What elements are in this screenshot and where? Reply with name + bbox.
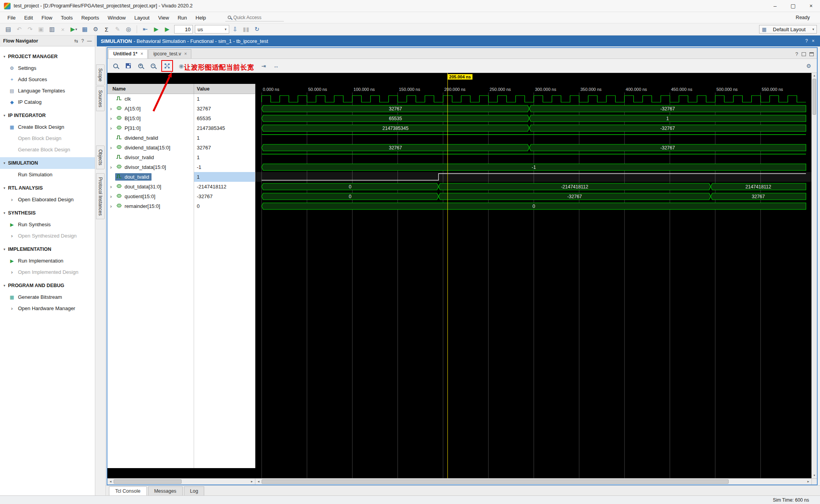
sidebar-item-open-hardware-manager[interactable]: ›Open Hardware Manager xyxy=(0,303,95,314)
value-column-header[interactable]: Value xyxy=(194,84,255,94)
signal-name-cell[interactable]: ›dividend_tdata[15:0] xyxy=(107,143,194,153)
menu-flow[interactable]: Flow xyxy=(37,13,56,22)
signal-row[interactable]: clk1 xyxy=(107,94,255,104)
side-tab-scope[interactable]: Scope xyxy=(96,64,105,85)
search-icon[interactable] xyxy=(111,61,121,71)
signal-name-cell[interactable]: ›dout_tdata[31:0] xyxy=(107,182,194,192)
signal-name-cell[interactable]: ›A[15:0] xyxy=(107,104,194,114)
help-icon[interactable]: ? xyxy=(81,38,84,44)
run-for-time-icon[interactable]: ▶ xyxy=(162,25,172,34)
signal-value-cell[interactable]: 1 xyxy=(194,133,255,143)
tab-ipcore-test-v[interactable]: ipcore_test.v× xyxy=(148,49,191,59)
expand-chevron-icon[interactable]: › xyxy=(110,115,115,121)
wave-nav-icon-0[interactable]: ⇤ xyxy=(246,61,256,71)
run-flow-icon[interactable]: ▶▾ xyxy=(69,25,79,34)
tab-tcl-console[interactable]: Tcl Console xyxy=(109,486,147,495)
wave-scroll-thumb[interactable] xyxy=(262,479,729,484)
signal-row[interactable]: dividend_tvalid1 xyxy=(107,133,255,143)
zoom-fit-icon[interactable] xyxy=(162,61,172,71)
expand-chevron-icon[interactable]: › xyxy=(110,184,115,190)
save-waveform-icon[interactable] xyxy=(123,61,133,71)
time-unit-select[interactable]: us▾ xyxy=(195,25,229,34)
signal-value-cell[interactable]: -2147418112 xyxy=(194,182,255,192)
close-button[interactable]: × xyxy=(802,0,820,12)
wave-tool-icon-4[interactable]: + xyxy=(226,61,236,71)
signal-row[interactable]: divisor_tvalid1 xyxy=(107,153,255,162)
probe-icon[interactable]: ◎ xyxy=(123,25,134,34)
maximize-panel-icon[interactable] xyxy=(809,52,814,56)
expand-chevron-icon[interactable]: › xyxy=(110,193,115,199)
sidebar-section-simulation[interactable]: ▾SIMULATION xyxy=(0,157,95,169)
name-column-header[interactable]: Name xyxy=(107,84,194,94)
delete-icon[interactable]: × xyxy=(58,25,68,34)
sidebar-item-run-synthesis[interactable]: ▶Run Synthesis xyxy=(0,219,95,230)
open-icon[interactable]: ▤ xyxy=(3,25,13,34)
signal-value-cell[interactable]: 65535 xyxy=(194,114,255,123)
signal-value-cell[interactable]: 2147385345 xyxy=(194,123,255,133)
sidebar-section-rtl-analysis[interactable]: ▾RTL ANALYSIS xyxy=(0,182,95,194)
signal-row[interactable]: ›divisor_tdata[15:0]-1 xyxy=(107,162,255,172)
signal-name-cell[interactable]: ›remainder[15:0] xyxy=(107,201,194,211)
wave-nav-icon-1[interactable]: ⇥ xyxy=(258,61,269,71)
signal-row[interactable]: dout_tvalid1 xyxy=(107,172,255,182)
signal-name-cell[interactable]: clk xyxy=(107,94,194,104)
run-all-icon[interactable]: ▶ xyxy=(151,25,161,34)
sidebar-item-ip-catalog[interactable]: ◆IP Catalog xyxy=(0,96,95,108)
sidebar-item-open-elaborated-design[interactable]: ›Open Elaborated Design xyxy=(0,194,95,205)
signal-row[interactable]: ›P[31:0]2147385345 xyxy=(107,123,255,133)
menu-edit[interactable]: Edit xyxy=(20,13,37,22)
signal-name-cell[interactable]: ›quotient[15:0] xyxy=(107,192,194,201)
edit-pencil-icon[interactable]: ✎ xyxy=(112,25,123,34)
signal-value-cell[interactable]: 32767 xyxy=(194,104,255,114)
cursor-time-flag[interactable]: 205.004 ns xyxy=(447,74,472,80)
context-help-icon[interactable]: ? xyxy=(805,38,808,44)
scroll-right-icon[interactable]: ▸ xyxy=(249,479,255,484)
maximize-button[interactable]: ▢ xyxy=(784,0,802,12)
side-tab-sources[interactable]: Sources xyxy=(96,86,105,111)
float-panel-icon[interactable] xyxy=(802,52,806,56)
sidebar-item-add-sources[interactable]: +Add Sources xyxy=(0,74,95,85)
sidebar-section-project-manager[interactable]: ▾PROJECT MANAGER xyxy=(0,51,95,62)
signal-row[interactable]: ›remainder[15:0]0 xyxy=(107,201,255,211)
sum-icon[interactable]: Σ xyxy=(102,25,112,34)
signal-name-cell[interactable]: ›P[31:0] xyxy=(107,123,194,133)
sidebar-item-create-block-design[interactable]: ▦Create Block Design xyxy=(0,121,95,133)
signal-name-cell[interactable]: ›B[15:0] xyxy=(107,114,194,123)
menu-window[interactable]: Window xyxy=(103,13,130,22)
signal-value-cell[interactable]: 1 xyxy=(194,153,255,162)
copy-icon[interactable]: ▣ xyxy=(36,25,46,34)
names-scroll-thumb[interactable] xyxy=(114,479,182,484)
wave-nav-icon-2[interactable]: ↔ xyxy=(271,61,281,71)
context-close-icon[interactable]: × xyxy=(812,38,815,44)
minimize-button[interactable]: – xyxy=(766,0,784,12)
close-icon[interactable]: × xyxy=(184,51,187,57)
wave-settings-gear-icon[interactable]: ⚙ xyxy=(804,61,814,71)
collapse-panel-icon[interactable]: ― xyxy=(87,38,92,44)
zoom-out-icon[interactable] xyxy=(148,61,158,71)
dashboard-icon[interactable]: ▦ xyxy=(80,25,90,34)
menu-reports[interactable]: Reports xyxy=(77,13,103,22)
sidebar-section-program-and-debug[interactable]: ▾PROGRAM AND DEBUG xyxy=(0,280,95,291)
tab-messages[interactable]: Messages xyxy=(148,486,183,495)
menu-tools[interactable]: Tools xyxy=(57,13,77,22)
pause-icon[interactable]: ▮▮ xyxy=(241,25,251,34)
waveform-plot[interactable]: 0.000 ns50.000 ns100.000 ns150.000 ns200… xyxy=(255,73,811,478)
signal-name-cell[interactable]: ›divisor_tdata[15:0] xyxy=(107,162,194,172)
scroll-left-icon[interactable]: ◂ xyxy=(107,479,114,484)
chevron-right-icon[interactable]: › xyxy=(9,197,15,202)
sidebar-section-implementation[interactable]: ▾IMPLEMENTATION xyxy=(0,243,95,255)
layout-select[interactable]: ▦Default Layout▾ xyxy=(759,25,817,34)
settings-gear-icon[interactable]: ⚙ xyxy=(91,25,101,34)
menu-file[interactable]: File xyxy=(3,13,20,22)
signal-row[interactable]: ›dividend_tdata[15:0]32767 xyxy=(107,143,255,153)
signal-row[interactable]: ›A[15:0]32767 xyxy=(107,104,255,114)
scroll-left-icon[interactable]: ◂ xyxy=(255,479,262,484)
names-scrollbar[interactable]: ◂ ▸ xyxy=(107,479,255,484)
vertical-scroll-thumb[interactable] xyxy=(813,79,816,115)
sidebar-item-settings[interactable]: ⚙Settings xyxy=(0,62,95,74)
sidebar-section-synthesis[interactable]: ▾SYNTHESIS xyxy=(0,207,95,219)
side-tab-objects[interactable]: Objects xyxy=(96,146,105,169)
signal-row[interactable]: ›quotient[15:0]-32767 xyxy=(107,192,255,201)
menu-help[interactable]: Help xyxy=(191,13,210,22)
expand-chevron-icon[interactable]: › xyxy=(110,125,115,131)
